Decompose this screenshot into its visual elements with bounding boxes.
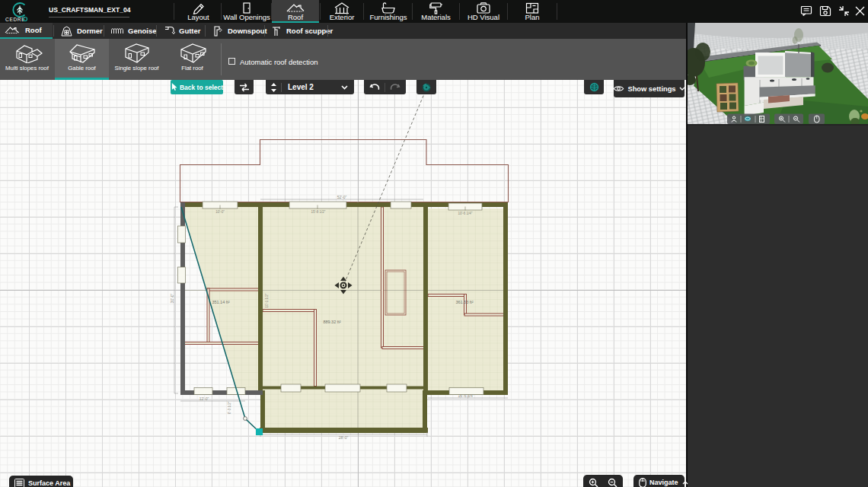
- svg-text:16'-6 3/4": 16'-6 3/4": [458, 393, 474, 398]
- svg-text:30'-0": 30'-0": [170, 293, 174, 303]
- svg-text:52'-0": 52'-0": [337, 195, 347, 199]
- svg-text:361.53 ft²: 361.53 ft²: [455, 300, 473, 304]
- svg-text:351.14 ft²: 351.14 ft²: [212, 300, 229, 304]
- svg-text:889.32 ft²: 889.32 ft²: [323, 320, 340, 324]
- svg-text:10'-0": 10'-0": [215, 210, 225, 214]
- svg-text:28'-0": 28'-0": [339, 435, 349, 440]
- svg-text:CEDRE: CEDRE: [5, 17, 25, 22]
- svg-text:10'-6 1/4": 10'-6 1/4": [458, 212, 473, 215]
- svg-text:10'-1 1/2": 10'-1 1/2": [265, 293, 269, 307]
- svg-text:15'-8 1/2": 15'-8 1/2": [311, 210, 326, 214]
- svg-text:6'-3 1/2": 6'-3 1/2": [228, 401, 231, 414]
- svg-text:12'-0": 12'-0": [199, 396, 209, 401]
